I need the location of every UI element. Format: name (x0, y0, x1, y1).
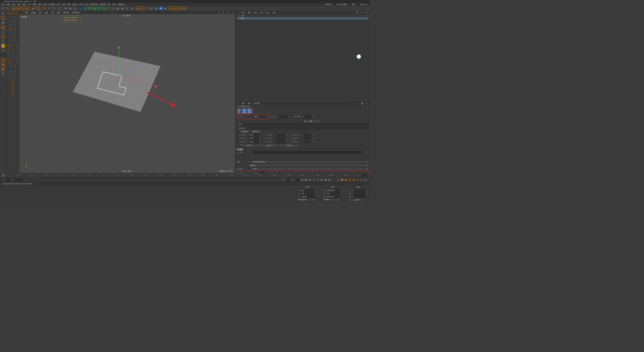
size-z-input[interactable] (326, 195, 340, 198)
camera-obj[interactable]: ▣ (120, 6, 125, 10)
key-pos-btn[interactable]: ◉ (344, 178, 348, 182)
pz-input[interactable] (252, 115, 265, 118)
pz-spinner[interactable] (266, 115, 268, 118)
menu-help[interactable]: 帮助 (112, 3, 117, 6)
rs-btn4[interactable]: ⊞ (150, 6, 154, 10)
freeze-r-btn[interactable]: 冻结 R (279, 144, 298, 147)
coord-system[interactable]: ⬚ (58, 6, 62, 10)
model-mode[interactable]: ◻ (1, 16, 5, 20)
height-input[interactable] (252, 172, 265, 173)
key-scale-btn[interactable]: ⤢ (348, 178, 352, 182)
om-menu-file[interactable]: 文件 (240, 11, 246, 14)
font-dropdown[interactable]: Microsoft YaHei UI▾ (252, 161, 369, 163)
rs-btn9[interactable]: ☀ (177, 6, 181, 10)
object-plane[interactable]: ⊞▭ 平面 ● ✓ (237, 14, 369, 17)
vp-zoom-icon[interactable]: ⊙ (222, 11, 225, 14)
vp-max-icon[interactable]: ◫ (230, 11, 234, 14)
pal-16[interactable] (9, 40, 12, 43)
render-region[interactable]: ▦ (68, 6, 72, 10)
tab-object[interactable]: 对象 (247, 108, 252, 114)
menu-mesh[interactable]: 网格 (32, 3, 37, 6)
autokey-btn[interactable]: 🔑 (340, 178, 344, 182)
height-spinner[interactable] (266, 172, 268, 173)
move-tool[interactable]: ✥ (16, 6, 20, 10)
field-obj[interactable]: │ (111, 6, 115, 10)
pal-3[interactable] (15, 12, 18, 15)
vp-menu-camera[interactable]: 摄像机 (30, 11, 37, 14)
vp-pan-icon[interactable]: ✥ (226, 11, 230, 14)
key-pla-btn[interactable]: ◇ (360, 178, 363, 182)
pal-nav2[interactable] (11, 84, 14, 87)
mat-material[interactable]: 材质 (18, 183, 21, 185)
am-menu-userdata[interactable]: 用户数据 (253, 102, 261, 105)
pal-14[interactable] (9, 36, 12, 39)
pal-25[interactable] (11, 52, 14, 56)
pal-nav3[interactable] (11, 88, 14, 91)
tl-cur-frame[interactable] (358, 174, 367, 177)
size-mode-dropdown[interactable]: 绝对尺寸▾ (323, 198, 340, 201)
volume-obj[interactable]: ◉ (130, 6, 134, 10)
key-rot-btn[interactable]: ⟳ (352, 178, 355, 182)
pal-8[interactable] (9, 24, 12, 27)
mat-cycles[interactable]: Cycles 4D (25, 183, 32, 185)
pal-13[interactable] (13, 32, 16, 35)
vp-menu-prorender[interactable]: ProRender (71, 11, 81, 14)
light-obj[interactable]: ☀ (125, 6, 129, 10)
om-search-icon[interactable]: 🔍 (355, 11, 360, 14)
menu-file[interactable]: 文件 (1, 3, 6, 6)
next-frame-btn[interactable]: ▶ (320, 178, 324, 182)
rotate-tool[interactable]: ⟳ (25, 6, 29, 10)
menu-redshift[interactable]: Redshift (99, 3, 106, 6)
am-menu-mode[interactable]: 模式 (240, 102, 246, 105)
tab-coord[interactable]: 坐标 (242, 108, 247, 114)
axis-mode[interactable]: S (1, 44, 5, 48)
pal-11[interactable] (13, 28, 16, 31)
cube-primitive[interactable]: ◻ (79, 6, 83, 10)
pal-21[interactable] (7, 48, 10, 52)
pal-36[interactable] (13, 70, 16, 73)
pal-nav1[interactable] (11, 80, 14, 83)
rs-btn1[interactable]: ◆ (136, 6, 140, 10)
am-back-icon[interactable]: ← (347, 102, 351, 105)
text-input[interactable] (252, 151, 361, 154)
pos-mode-dropdown[interactable]: 对象 (相对)▾ (298, 198, 315, 201)
rs-btn2[interactable]: ◇ (140, 6, 144, 10)
prev-key-btn[interactable]: ◀◀ (304, 178, 308, 182)
menu-character[interactable]: 角色 (56, 3, 61, 6)
pal-23[interactable] (15, 48, 18, 52)
last-tool[interactable]: ◧ (31, 6, 35, 10)
goto-end-btn[interactable]: ⏭ (328, 178, 331, 182)
sz-spinner[interactable] (289, 115, 291, 118)
cloner-gen[interactable]: ⊡ (102, 6, 106, 10)
maximize-button[interactable]: □ (361, 1, 364, 2)
menu-spline[interactable]: 样条 (37, 3, 42, 6)
rot-p-input[interactable] (351, 192, 365, 195)
tl-start-field[interactable] (3, 179, 10, 181)
mat-texture[interactable]: 纹理 (21, 183, 25, 185)
play-back-btn[interactable]: ◁ (312, 178, 316, 182)
pal-38[interactable] (13, 74, 16, 77)
freeze-s-btn[interactable]: 冻结 S (260, 144, 278, 147)
pal-18[interactable] (7, 44, 10, 48)
subdiv-surface[interactable]: ◫ (88, 6, 92, 10)
extrude-gen[interactable]: ◩ (93, 6, 97, 10)
am-up-icon[interactable]: ↑ (356, 102, 359, 105)
pal-24[interactable] (7, 52, 10, 56)
snap-settings[interactable]: ◫ (1, 72, 5, 76)
vp-menu-display[interactable]: 显示 (38, 11, 43, 14)
x-axis-button[interactable]: X (42, 6, 46, 10)
menu-select[interactable]: 选择 (22, 3, 27, 6)
menu-window[interactable]: 窗口 (106, 3, 111, 6)
menu-realflow[interactable]: RealFlow (117, 3, 125, 6)
om-menu-bookmarks[interactable]: 书签 (271, 11, 276, 14)
poly-mode[interactable]: L (1, 39, 5, 43)
axis-lock[interactable]: ✛ (36, 6, 40, 10)
menu-animate[interactable]: 动画 (61, 3, 66, 6)
om-menu-edit[interactable]: 编辑 (247, 11, 252, 14)
freeze-p-btn[interactable]: 冻结 P (240, 144, 259, 147)
pal-5[interactable] (13, 16, 16, 19)
om-menu-tags[interactable]: 标签 (265, 11, 270, 14)
render-settings[interactable]: ⚙ (73, 6, 77, 10)
pal-32[interactable] (15, 60, 18, 64)
am-menu-edit[interactable]: 编辑 (247, 102, 252, 105)
